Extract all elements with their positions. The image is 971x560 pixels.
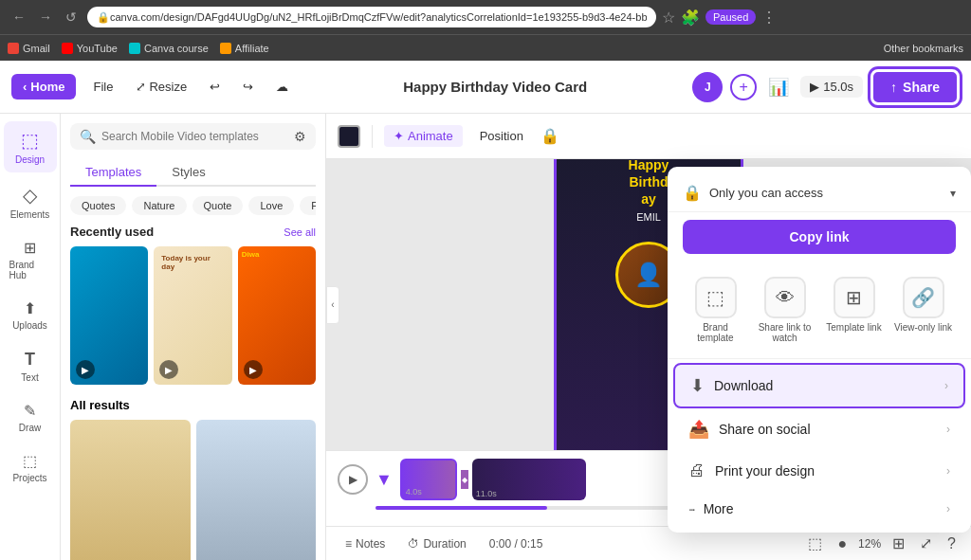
download-menu-item[interactable]: ⬇ Download › [673,363,965,408]
menu-btn[interactable]: ⋮ [761,9,777,27]
grid-view-btn[interactable]: ⊞ [889,533,908,554]
browser-actions: ☆ 🧩 Paused ⋮ [662,9,777,27]
sidebar-item-design[interactable]: ⬚ Design [4,121,57,172]
dot-indicator[interactable]: ● [834,533,851,554]
play-overlay-3: ▶ [244,360,263,379]
forward-button[interactable]: → [34,8,57,27]
sidebar-item-elements[interactable]: ◇ Elements [4,176,57,227]
back-button[interactable]: ← [8,8,30,27]
bookmark-canva[interactable]: Canva course [129,43,209,54]
share-link-watch-label: Share link to watch [756,322,814,343]
template-thumb-3[interactable]: Diwa ▶ [238,246,316,385]
canvas-collapse-left[interactable]: ‹ [326,286,339,324]
share-social-menu-item[interactable]: 📤 Share on social › [673,408,965,450]
help-btn[interactable]: ? [944,533,960,554]
file-menu-btn[interactable]: File [83,76,122,98]
view-only-link-btn[interactable]: 🔗 View-only link [890,269,956,351]
refresh-button[interactable]: ↺ [61,8,82,27]
home-button[interactable]: ‹ Home [11,74,76,99]
filter-icon[interactable]: ⚙ [294,129,306,144]
cloud-save-btn[interactable]: ☁ [266,76,298,98]
play-duration-btn[interactable]: ▶ 15.0s [800,76,863,98]
bookmark-youtube[interactable]: YouTube [62,43,118,54]
sidebar-item-text[interactable]: T Text [4,342,57,390]
chevron-down-icon[interactable]: ▾ [950,187,956,200]
browser-chrome: ← → ↺ 🔒 canva.com/design/DAFgd4UUgDg/uN2… [0,0,971,34]
timeline-add-btn[interactable]: ▼ [376,470,393,490]
elements-label: Elements [10,209,50,220]
lock-icon[interactable]: 🔒 [540,127,559,145]
timeline-clip-connector: ◆ [461,470,468,489]
see-all-link[interactable]: See all [284,226,316,238]
template-thumb-2[interactable]: Today is your day ▶ [154,246,231,385]
animate-btn[interactable]: ✦ Animate [384,125,463,147]
template-thumb-1[interactable]: ▶ [70,246,148,385]
canva-right-actions: J + 📊 ▶ 15.0s ↑ Share [692,69,960,105]
color-swatch[interactable] [338,125,360,148]
play-overlay-2: ▶ [159,360,178,379]
design-icon: ⬚ [21,129,39,152]
play-overlay-1: ▶ [76,360,95,379]
search-bar[interactable]: 🔍 ⚙ [70,123,316,150]
share-button[interactable]: ↑ Share [870,69,960,105]
browser-nav-buttons: ← → ↺ [8,8,82,27]
extensions-btn[interactable]: 🧩 [681,9,700,27]
share-access-info[interactable]: 🔒 Only you can access [683,184,823,202]
left-sidebar: ⬚ Design ◇ Elements ⊞ Brand Hub ⬆ Upload… [0,114,61,560]
text-label: Text [21,372,38,383]
search-input[interactable] [101,130,288,143]
share-link-watch-btn[interactable]: 👁 Share link to watch [752,269,817,351]
analytics-btn[interactable]: 📊 [764,73,793,101]
timeline-clip-2[interactable]: 11.0s [472,459,586,500]
sidebar-item-draw[interactable]: ✎ Draw [4,394,57,441]
search-icon: 🔍 [80,129,96,144]
screen-icon[interactable]: ⬚ [804,533,826,554]
add-collaborator-btn[interactable]: + [730,74,757,100]
sidebar-item-uploads[interactable]: ⬆ Uploads [4,292,57,338]
templates-panel: 🔍 ⚙ Templates Styles Quotes Nature Quote… [61,114,326,560]
all-result-1[interactable] [70,420,191,560]
resize-btn[interactable]: ⤢ Resize [126,76,196,98]
all-result-2[interactable] [196,420,317,560]
bookmark-gmail[interactable]: Gmail [8,43,50,54]
redo-btn[interactable]: ↪ [233,76,263,98]
other-bookmarks[interactable]: Other bookmarks [884,43,963,54]
chip-quote[interactable]: Quote [192,196,244,215]
clip-2-duration: 11.0s [476,489,582,498]
template-link-btn[interactable]: ⊞ Template link [821,269,887,351]
print-menu-item[interactable]: 🖨 Print your design › [673,450,965,491]
play-button[interactable]: ▶ [338,464,368,495]
sidebar-item-projects[interactable]: ⬚ Projects [4,444,57,491]
uploads-label: Uploads [12,320,47,331]
print-left: 🖨 Print your design [688,461,815,480]
print-label: Print your design [715,463,815,479]
copy-link-btn[interactable]: Copy link [683,220,956,254]
share-upload-icon: ↑ [890,80,897,95]
notes-btn[interactable]: ≡ Notes [338,533,393,554]
chip-nature[interactable]: Nature [132,196,186,215]
undo-btn[interactable]: ↩ [200,76,229,98]
zoom-display: 12% [858,537,881,551]
draw-label: Draw [19,423,41,433]
brand-template-btn[interactable]: ⬚ Brand template [683,269,748,351]
more-menu-item[interactable]: ··· More › [673,491,965,527]
tab-styles[interactable]: Styles [156,159,220,187]
user-avatar[interactable]: J [692,72,723,102]
timeline-clip-1[interactable]: 4.0s [400,459,457,500]
share-icons-row: ⬚ Brand template 👁 Share link to watch ⊞… [668,262,971,354]
address-bar[interactable]: 🔒 canva.com/design/DAFgd4UUgDg/uN2_HRfLo… [87,7,656,27]
tab-templates[interactable]: Templates [70,159,156,187]
share-header: 🔒 Only you can access ▾ [668,178,971,212]
sidebar-item-brand[interactable]: ⊞ Brand Hub [4,231,57,288]
duration-btn[interactable]: ⏱ Duration [400,533,473,554]
bookmark-affiliate[interactable]: Affiliate [220,43,269,54]
position-btn[interactable]: Position [470,125,533,147]
more-icon: ··· [688,501,694,516]
bookmark-star[interactable]: ☆ [662,9,675,27]
chip-quotes[interactable]: Quotes [70,196,126,215]
chip-food[interactable]: Food [300,196,316,215]
resize-icon: ⤢ [136,80,146,94]
projects-label: Projects [12,473,46,483]
expand-btn[interactable]: ⤢ [916,533,936,554]
chip-love[interactable]: Love [248,196,294,215]
